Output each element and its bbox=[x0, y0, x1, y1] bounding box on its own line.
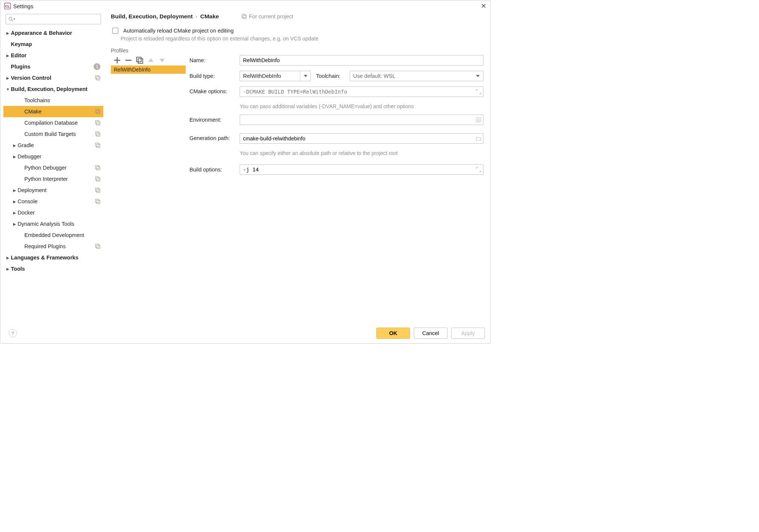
chevron-down-icon bbox=[473, 71, 483, 81]
profile-form: Name: Build type: RelWithDebInfo T bbox=[186, 55, 483, 325]
sidebar-item-toolchains[interactable]: ▶Toolchains bbox=[3, 95, 103, 106]
sidebar-item-custom-build-targets[interactable]: ▶Custom Build Targets bbox=[3, 128, 103, 140]
sidebar-item-version-control[interactable]: ▶Version Control bbox=[3, 72, 103, 83]
ok-button[interactable]: OK bbox=[376, 328, 410, 339]
svg-rect-29 bbox=[137, 57, 141, 62]
auto-reload-checkbox[interactable]: Automatically reload CMake project on ed… bbox=[111, 27, 483, 35]
scope-icon bbox=[95, 199, 100, 204]
scope-icon bbox=[95, 244, 100, 249]
breadcrumb-parent[interactable]: Build, Execution, Deployment bbox=[111, 13, 193, 20]
sidebar-item-console[interactable]: ▶Console bbox=[3, 196, 103, 207]
svg-rect-30 bbox=[138, 59, 143, 63]
settings-window: CL Settings ✕ ▾ ▶Appearance & Behavior ▶… bbox=[0, 0, 491, 344]
svg-line-3 bbox=[12, 20, 13, 21]
build-options-input[interactable] bbox=[240, 164, 483, 175]
search-input[interactable]: ▾ bbox=[6, 14, 101, 24]
scope-icon bbox=[95, 176, 100, 182]
svg-text:CL: CL bbox=[5, 4, 10, 8]
chevron-right-icon: › bbox=[196, 14, 197, 19]
scope-note: For current project bbox=[242, 13, 293, 19]
svg-rect-9 bbox=[97, 122, 100, 125]
svg-rect-6 bbox=[95, 109, 99, 113]
sidebar-item-appearance-behavior[interactable]: ▶Appearance & Behavior bbox=[3, 27, 103, 39]
main-panel: Build, Execution, Deployment › CMake For… bbox=[106, 11, 490, 325]
scope-icon bbox=[95, 131, 100, 137]
expand-icon[interactable] bbox=[476, 89, 481, 94]
svg-marker-32 bbox=[160, 59, 165, 63]
name-input[interactable] bbox=[240, 55, 483, 66]
svg-rect-23 bbox=[97, 245, 100, 249]
svg-marker-31 bbox=[148, 58, 154, 62]
breadcrumb: Build, Execution, Deployment › CMake bbox=[111, 13, 219, 20]
svg-rect-18 bbox=[95, 188, 99, 191]
sidebar-item-plugins[interactable]: ▶Plugins1 bbox=[3, 61, 103, 72]
move-up-button bbox=[147, 57, 155, 64]
profiles-label: Profiles bbox=[111, 48, 483, 54]
toolchain-select[interactable]: Use default: WSL bbox=[350, 71, 483, 81]
plugins-badge: 1 bbox=[94, 63, 100, 70]
folder-icon[interactable] bbox=[476, 136, 481, 141]
scope-icon bbox=[95, 75, 100, 80]
sidebar-item-python-interpreter[interactable]: ▶Python Interpreter bbox=[3, 173, 103, 185]
sidebar-item-dynamic-analysis-tools[interactable]: ▶Dynamic Analysis Tools bbox=[3, 218, 103, 229]
svg-rect-5 bbox=[97, 77, 100, 80]
breadcrumb-current: CMake bbox=[200, 13, 219, 20]
sidebar-item-keymap[interactable]: ▶Keymap bbox=[3, 39, 103, 50]
cmake-options-label: CMake options: bbox=[189, 86, 240, 94]
scope-icon bbox=[242, 14, 247, 19]
remove-profile-button[interactable] bbox=[124, 57, 133, 64]
nav-tree: ▶Appearance & Behavior ▶Keymap ▶Editor ▶… bbox=[3, 27, 103, 274]
generation-path-input[interactable] bbox=[240, 133, 483, 144]
profile-list: RelWithDebInfo bbox=[111, 55, 186, 325]
titlebar: CL Settings ✕ bbox=[0, 0, 490, 11]
sidebar-item-tools[interactable]: ▶Tools bbox=[3, 263, 103, 274]
window-title: Settings bbox=[13, 3, 33, 9]
sidebar-item-debugger[interactable]: ▶Debugger bbox=[3, 151, 103, 162]
cancel-button[interactable]: Cancel bbox=[414, 328, 447, 339]
add-profile-button[interactable] bbox=[113, 57, 121, 64]
svg-point-2 bbox=[9, 17, 12, 20]
cmake-options-input[interactable] bbox=[240, 86, 483, 97]
copy-profile-button[interactable] bbox=[136, 57, 144, 64]
search-field[interactable] bbox=[15, 16, 98, 22]
sidebar-item-languages-frameworks[interactable]: ▶Languages & Frameworks bbox=[3, 252, 103, 263]
sidebar-item-docker[interactable]: ▶Docker bbox=[3, 207, 103, 218]
sidebar-item-editor[interactable]: ▶Editor bbox=[3, 50, 103, 61]
body: ▾ ▶Appearance & Behavior ▶Keymap ▶Editor… bbox=[0, 11, 490, 325]
sidebar-item-python-debugger[interactable]: ▶Python Debugger bbox=[3, 162, 103, 173]
environment-input[interactable] bbox=[240, 115, 483, 125]
svg-rect-4 bbox=[95, 76, 99, 79]
profile-toolbar bbox=[111, 55, 186, 66]
expand-icon[interactable] bbox=[476, 167, 481, 172]
scope-icon bbox=[95, 120, 100, 125]
sidebar-item-embedded-development[interactable]: ▶Embedded Development bbox=[3, 229, 103, 241]
svg-rect-17 bbox=[97, 178, 100, 181]
chevron-down-icon bbox=[300, 71, 310, 81]
svg-rect-25 bbox=[243, 15, 246, 19]
toolchain-label: Toolchain: bbox=[316, 73, 344, 79]
name-label: Name: bbox=[189, 57, 240, 63]
sidebar-item-gradle[interactable]: ▶Gradle bbox=[3, 140, 103, 151]
sidebar-item-cmake[interactable]: ▶CMake bbox=[3, 106, 103, 117]
sidebar: ▾ ▶Appearance & Behavior ▶Keymap ▶Editor… bbox=[0, 11, 106, 325]
auto-reload-checkbox-input[interactable] bbox=[112, 28, 118, 34]
auto-reload-label: Automatically reload CMake project on ed… bbox=[123, 28, 234, 34]
sidebar-item-deployment[interactable]: ▶Deployment bbox=[3, 185, 103, 196]
sidebar-item-compilation-database[interactable]: ▶Compilation Database bbox=[3, 117, 103, 128]
close-button[interactable]: ✕ bbox=[481, 3, 486, 9]
list-icon[interactable] bbox=[476, 117, 481, 122]
svg-rect-22 bbox=[95, 244, 99, 247]
svg-rect-7 bbox=[97, 110, 100, 114]
auto-reload-hint: Project is reloaded regardless of this o… bbox=[121, 36, 483, 42]
help-button[interactable]: ? bbox=[9, 329, 17, 337]
profile-entry[interactable]: RelWithDebInfo bbox=[111, 66, 186, 74]
sidebar-item-build-execution-deployment[interactable]: ▼Build, Execution, Deployment bbox=[3, 83, 103, 95]
generation-path-label: Generation path: bbox=[189, 133, 240, 141]
svg-rect-8 bbox=[95, 121, 99, 124]
generation-path-hint: You can specify either an absolute path … bbox=[240, 150, 483, 156]
svg-rect-10 bbox=[95, 132, 99, 135]
sidebar-item-required-plugins[interactable]: ▶Required Plugins bbox=[3, 241, 103, 252]
search-icon bbox=[8, 16, 13, 22]
build-type-select[interactable]: RelWithDebInfo bbox=[240, 71, 311, 81]
apply-button[interactable]: Apply bbox=[451, 328, 485, 339]
